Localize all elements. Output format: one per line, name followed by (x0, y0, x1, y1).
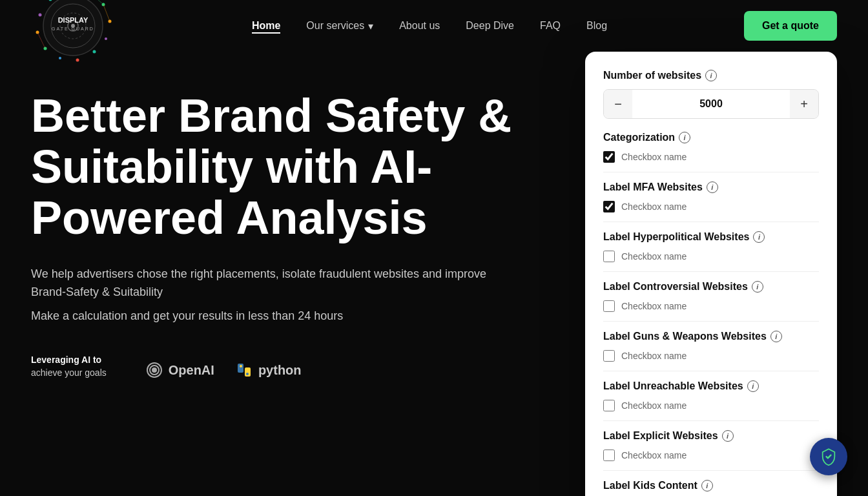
checkbox-label-2: Checkbox name (621, 251, 687, 262)
checkbox-0[interactable] (603, 151, 615, 163)
section-info-icon-7[interactable]: i (701, 480, 713, 491)
leverage-text: Leveraging AI to achieve your goals (31, 354, 107, 379)
card-section-7: Label Kids Content i Checkbox name (603, 480, 819, 496)
checkbox-5[interactable] (603, 400, 615, 411)
section-title-2: Label Hyperpolitical Websites i (603, 231, 819, 243)
hero-subtitle-2: Make a calculation and get your results … (31, 309, 522, 323)
chevron-down-icon: ▾ (368, 20, 373, 32)
svg-point-11 (49, 0, 52, 1)
hero-title: Better Brand Safety & Suitability with A… (31, 90, 522, 244)
python-logo: python (235, 361, 302, 379)
number-of-websites-label: Number of websites i (603, 70, 819, 81)
checkbox-6[interactable] (603, 450, 615, 461)
section-title-3: Label Controversial Websites i (603, 281, 819, 293)
divider-3 (603, 321, 819, 322)
section-info-icon-0[interactable]: i (679, 132, 690, 143)
navbar: DISPLAY GATE GUARD Home Our services ▾ A… (0, 0, 868, 52)
website-count-stepper: − + (603, 89, 819, 119)
checkbox-row-0: Checkbox name (603, 151, 819, 163)
svg-point-5 (93, 50, 96, 54)
checkbox-4[interactable] (603, 350, 615, 362)
checkbox-row-6: Checkbox name (603, 450, 819, 461)
card-section-4: Label Guns & Weapons Websites i Checkbox… (603, 331, 819, 371)
stepper-input[interactable] (632, 98, 790, 110)
openai-label: OpenAI (169, 363, 214, 378)
checkbox-row-2: Checkbox name (603, 251, 819, 262)
svg-point-27 (240, 365, 242, 367)
checkbox-label-4: Checkbox name (621, 351, 687, 361)
divider-5 (603, 420, 819, 421)
card-section-3: Label Controversial Websites i Checkbox … (603, 281, 819, 322)
svg-line-15 (103, 5, 110, 21)
section-info-icon-4[interactable]: i (770, 331, 782, 342)
card-section-5: Label Unreachable Websites i Checkbox na… (603, 380, 819, 421)
nav-item-about[interactable]: About us (399, 20, 440, 32)
partner-logos: OpenAI python (145, 361, 302, 379)
checkbox-label-1: Checkbox name (621, 202, 687, 212)
calculator-card: Number of websites i − + Categorization … (585, 52, 837, 496)
section-info-icon-5[interactable]: i (747, 380, 759, 392)
section-title-5: Label Unreachable Websites i (603, 380, 819, 392)
openai-logo: OpenAI (145, 361, 214, 379)
checkbox-label-3: Checkbox name (621, 301, 687, 311)
section-info-icon-3[interactable]: i (752, 281, 763, 293)
section-info-icon-1[interactable]: i (707, 181, 718, 193)
svg-text:GATE GUARD: GATE GUARD (52, 26, 94, 31)
checkbox-1[interactable] (603, 201, 615, 212)
nav-item-services[interactable]: Our services ▾ (306, 20, 373, 32)
checkbox-row-5: Checkbox name (603, 400, 819, 411)
nav-item-deepdive[interactable]: Deep Dive (466, 20, 514, 32)
divider-0 (603, 172, 819, 172)
hero-content: Better Brand Safety & Suitability with A… (31, 78, 522, 471)
checkbox-2[interactable] (603, 251, 615, 262)
card-section-1: Label MFA Websites i Checkbox name (603, 181, 819, 222)
nav-item-home[interactable]: Home (252, 20, 280, 32)
nav-item-blog[interactable]: Blog (586, 20, 607, 32)
number-info-icon[interactable]: i (705, 70, 717, 81)
svg-text:DISPLAY: DISPLAY (58, 16, 88, 24)
checkbox-label-5: Checkbox name (621, 400, 687, 411)
card-section-0: Categorization i Checkbox name (603, 132, 819, 172)
hero-footer: Leveraging AI to achieve your goals Open… (31, 354, 522, 379)
checkbox-row-1: Checkbox name (603, 201, 819, 212)
divider-6 (603, 470, 819, 471)
get-quote-button[interactable]: Get a quote (744, 11, 837, 41)
card-section-2: Label Hyperpolitical Websites i Checkbox… (603, 231, 819, 272)
shield-check-icon (820, 448, 838, 466)
checkbox-label-0: Checkbox name (621, 152, 687, 162)
checkbox-row-3: Checkbox name (603, 300, 819, 312)
divider-2 (603, 271, 819, 272)
svg-point-10 (39, 14, 42, 17)
section-title-1: Label MFA Websites i (603, 181, 819, 193)
section-info-icon-2[interactable]: i (753, 231, 765, 243)
svg-point-28 (246, 373, 249, 375)
logo[interactable]: DISPLAY GATE GUARD (31, 0, 115, 68)
fab-button[interactable] (810, 438, 847, 475)
svg-point-6 (76, 59, 79, 62)
card-section-6: Label Explicit Websites i Checkbox name (603, 430, 819, 471)
divider-4 (603, 371, 819, 371)
stepper-minus-button[interactable]: − (604, 90, 632, 118)
python-label: python (258, 363, 302, 378)
svg-point-7 (59, 57, 61, 59)
checkbox-label-6: Checkbox name (621, 450, 687, 460)
svg-point-4 (105, 37, 107, 40)
section-title-0: Categorization i (603, 132, 819, 143)
checkbox-3[interactable] (603, 300, 615, 312)
svg-line-17 (37, 32, 45, 48)
stepper-plus-button[interactable]: + (790, 90, 818, 118)
section-info-icon-6[interactable]: i (722, 430, 734, 442)
checkbox-row-4: Checkbox name (603, 350, 819, 362)
hero-subtitle-1: We help advertisers chose the right plac… (31, 265, 522, 302)
section-title-7: Label Kids Content i (603, 480, 819, 491)
hero-section: Better Brand Safety & Suitability with A… (0, 52, 868, 471)
divider-1 (603, 222, 819, 222)
section-title-6: Label Explicit Websites i (603, 430, 819, 442)
nav-item-faq[interactable]: FAQ (540, 20, 561, 32)
nav-links: Home Our services ▾ About us Deep Dive F… (252, 20, 607, 32)
card-sections: Categorization i Checkbox name Label MFA… (603, 132, 819, 496)
section-title-4: Label Guns & Weapons Websites i (603, 331, 819, 342)
